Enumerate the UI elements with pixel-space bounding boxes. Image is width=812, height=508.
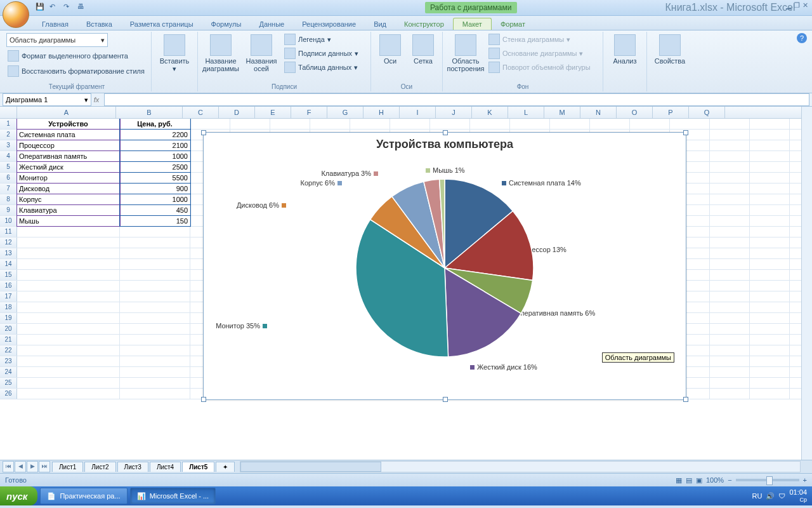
view-break-icon[interactable]: ▣	[696, 476, 702, 485]
cell[interactable]	[190, 119, 230, 129]
cell[interactable]	[750, 367, 790, 377]
cell[interactable]	[17, 237, 120, 248]
cell[interactable]	[350, 119, 390, 129]
cell[interactable]	[17, 345, 120, 356]
row-header[interactable]: 3	[0, 140, 17, 150]
sheet-tab[interactable]: Лист4	[150, 462, 181, 472]
cell[interactable]	[120, 356, 190, 366]
cell[interactable]: 150	[120, 216, 190, 226]
analysis-button[interactable]: Анализ	[607, 33, 643, 66]
axis-titles-button[interactable]: Названия осей	[242, 33, 280, 74]
cell[interactable]	[710, 270, 750, 280]
axes-button[interactable]: Оси	[375, 33, 405, 66]
legend-button[interactable]: Легенда ▾	[283, 33, 360, 46]
cell[interactable]	[750, 248, 790, 258]
row-header[interactable]: 12	[0, 237, 17, 248]
select-all-corner[interactable]	[0, 107, 17, 118]
plot-area-button[interactable]: Область построения	[447, 33, 485, 74]
column-header[interactable]: L	[508, 107, 544, 118]
cell[interactable]	[710, 216, 750, 226]
last-sheet-button[interactable]: ⏭	[39, 461, 50, 472]
cell[interactable]	[17, 302, 120, 312]
cell[interactable]: Оперативная память	[17, 151, 120, 161]
cell[interactable]	[120, 345, 190, 356]
column-header[interactable]: P	[653, 107, 689, 118]
help-icon[interactable]: ?	[797, 33, 807, 43]
data-label[interactable]: Дисковод 6%	[237, 201, 286, 209]
taskbar-item[interactable]: 📄Практическая ра...	[40, 488, 127, 504]
sheet-tab[interactable]: Лист2	[84, 462, 115, 472]
row-header[interactable]: 8	[0, 194, 17, 204]
column-header[interactable]: H	[363, 107, 400, 118]
column-header[interactable]: J	[436, 107, 472, 118]
cell[interactable]	[710, 345, 750, 356]
data-label[interactable]: Корпус 6%	[301, 179, 342, 187]
tab-Данные[interactable]: Данные	[250, 18, 293, 30]
cell[interactable]	[120, 227, 190, 237]
cell[interactable]	[750, 302, 790, 312]
column-header[interactable]: N	[580, 107, 617, 118]
chart-title[interactable]: Устройства компьютера	[204, 133, 686, 154]
cell[interactable]	[550, 119, 590, 129]
next-sheet-button[interactable]: ▶	[27, 461, 38, 472]
cell[interactable]	[750, 313, 790, 323]
cell[interactable]: Системная плата	[17, 130, 120, 140]
cell[interactable]	[750, 378, 790, 388]
cell[interactable]: 1000	[120, 151, 190, 161]
cell[interactable]	[17, 281, 120, 291]
tab-Разметка страницы[interactable]: Разметка страницы	[121, 18, 202, 30]
cell[interactable]	[750, 140, 790, 150]
cell[interactable]	[510, 119, 550, 129]
cell[interactable]	[17, 313, 120, 323]
cell[interactable]: Жесткий диск	[17, 162, 120, 172]
cell[interactable]	[710, 130, 750, 140]
column-header[interactable]: G	[327, 107, 363, 118]
cell[interactable]	[750, 119, 790, 129]
cell[interactable]	[750, 162, 790, 172]
column-header[interactable]: C	[183, 107, 219, 118]
cell[interactable]	[750, 270, 790, 280]
row-header[interactable]: 2	[0, 130, 17, 140]
cell[interactable]	[710, 302, 750, 312]
row-header[interactable]: 23	[0, 356, 17, 366]
resize-handle[interactable]	[201, 397, 206, 402]
cell[interactable]	[17, 335, 120, 345]
cell[interactable]	[710, 227, 750, 237]
column-header[interactable]: K	[472, 107, 508, 118]
restore-icon[interactable]: ❐	[794, 1, 800, 10]
cell[interactable]	[710, 259, 750, 269]
cell[interactable]	[750, 324, 790, 334]
cell[interactable]	[710, 151, 750, 161]
cell[interactable]	[120, 291, 190, 302]
data-label[interactable]: Монитор 35%	[216, 322, 267, 330]
row-header[interactable]: 9	[0, 205, 17, 215]
cell[interactable]	[710, 194, 750, 204]
resize-handle[interactable]	[683, 397, 688, 402]
cell[interactable]	[750, 205, 790, 215]
tab-Конструктор[interactable]: Конструктор	[395, 18, 453, 30]
cell[interactable]	[750, 335, 790, 345]
cell[interactable]	[750, 291, 790, 302]
cell[interactable]	[17, 389, 120, 399]
column-header[interactable]: E	[255, 107, 291, 118]
sheet-tab[interactable]: Лист5	[182, 462, 214, 472]
properties-button[interactable]: Свойства	[651, 33, 689, 66]
redo-icon[interactable]: ↷	[63, 3, 74, 13]
row-header[interactable]: 22	[0, 345, 17, 356]
chart-element-selector[interactable]: Область диаграммы▾	[6, 33, 108, 47]
cell[interactable]	[750, 237, 790, 248]
tray-icon[interactable]: 🛡	[778, 492, 785, 500]
row-header[interactable]: 26	[0, 389, 17, 399]
cell[interactable]	[17, 227, 120, 237]
minimize-icon[interactable]: ▁	[786, 1, 791, 10]
row-header[interactable]: 14	[0, 259, 17, 269]
resize-handle[interactable]	[443, 397, 448, 402]
row-header[interactable]: 13	[0, 248, 17, 258]
cell[interactable]	[470, 119, 510, 129]
cell[interactable]	[17, 367, 120, 377]
close-icon[interactable]: ✕	[802, 1, 808, 10]
cell[interactable]	[710, 356, 750, 366]
data-table-button[interactable]: Таблица данных ▾	[283, 61, 360, 74]
cell[interactable]	[710, 248, 750, 258]
row-header[interactable]: 21	[0, 335, 17, 345]
